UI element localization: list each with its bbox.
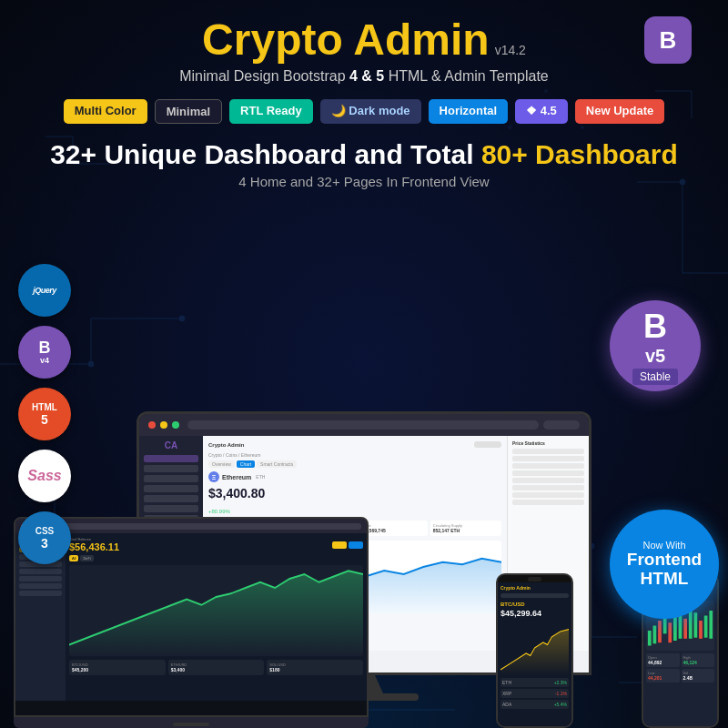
phone-coin-list: ETH +2.3% XRP -1.1% ADA +5.4% bbox=[500, 678, 569, 709]
badge-multicolor[interactable]: Multi Color bbox=[64, 99, 147, 124]
feature-badges: Multi Color Minimal RTL Ready 🌙 Dark mod… bbox=[64, 99, 664, 124]
filter-defi: DeFi bbox=[80, 555, 93, 561]
svg-rect-18 bbox=[668, 622, 672, 642]
phone-price-display: BTC/USD bbox=[500, 602, 569, 607]
badge-horizontal[interactable]: Horizontal bbox=[429, 99, 509, 124]
notch-circle bbox=[528, 577, 541, 581]
laptop-main: Total Balance $56,436.11 All DeFi bbox=[66, 533, 367, 701]
dashboard-logo: CA bbox=[144, 440, 198, 450]
laptop-header: Total Balance $56,436.11 bbox=[69, 537, 363, 552]
subtitle-bold: 4 & 5 bbox=[349, 68, 384, 84]
svg-rect-17 bbox=[663, 619, 667, 634]
coin-tabs: Overview Chart Smart Contracts bbox=[208, 460, 501, 468]
frontend-html-badge: Now With Frontend HTML bbox=[610, 510, 719, 619]
subtitle-prefix: Minimal Design Bootstrap bbox=[179, 68, 345, 84]
bootstrap-logo-badge: B bbox=[644, 16, 692, 64]
phone-price-value: $45,299.64 bbox=[500, 609, 569, 618]
svg-rect-21 bbox=[683, 619, 687, 639]
phone-chart-svg bbox=[500, 621, 569, 675]
price-stat-8 bbox=[512, 500, 584, 505]
laptop-chart-svg bbox=[69, 565, 363, 656]
phone-chart bbox=[500, 621, 569, 675]
laptop-nav-4 bbox=[19, 569, 62, 574]
main-content: Crypto Admin v14.2 Minimal Design Bootst… bbox=[0, 0, 728, 189]
badge-version[interactable]: ❖ 4.5 bbox=[515, 99, 568, 124]
badge-newupdate[interactable]: New Update bbox=[575, 99, 664, 124]
svg-rect-24 bbox=[699, 621, 703, 639]
svg-rect-25 bbox=[704, 616, 708, 638]
nav-item-6 bbox=[144, 505, 198, 512]
laptop-nav-6 bbox=[19, 583, 62, 589]
panel-header: Price Statistics bbox=[512, 440, 584, 446]
phone-coin-row-2: XRP -1.1% bbox=[500, 689, 569, 698]
phone-logo-left: Crypto Admin bbox=[500, 585, 531, 591]
headline-main: 32+ Unique Dashboard and Total 80+ Dashb… bbox=[50, 138, 678, 171]
title-block: Crypto Admin v14.2 Minimal Design Bootst… bbox=[179, 16, 549, 85]
badge-darkmode[interactable]: 🌙 Dark mode bbox=[320, 99, 421, 124]
laptop-action-btns bbox=[332, 541, 363, 549]
frontend-html: HTML bbox=[641, 569, 689, 589]
nav-item-5 bbox=[144, 495, 198, 502]
app-title: Crypto Admin bbox=[202, 16, 490, 65]
phone-coin-row-3: ADA +5.4% bbox=[500, 700, 569, 709]
frontend-now-text: Now With bbox=[642, 540, 685, 551]
monitor-address-bar bbox=[187, 420, 539, 430]
headline-section: 32+ Unique Dashboard and Total 80+ Dashb… bbox=[50, 138, 678, 189]
btn-buy bbox=[332, 541, 347, 549]
price-stat-2 bbox=[512, 456, 584, 461]
card-sol: SOL/USD $180 bbox=[267, 660, 363, 675]
eth-icon: Ξ bbox=[208, 471, 219, 482]
svg-rect-19 bbox=[673, 616, 677, 642]
laptop-keyboard bbox=[14, 717, 369, 728]
laptop-chart bbox=[69, 565, 363, 656]
app-title-container: Crypto Admin v14.2 bbox=[202, 16, 526, 65]
laptop-nav-7 bbox=[19, 591, 62, 596]
price-stat-5 bbox=[512, 478, 584, 483]
monitor-controls bbox=[543, 420, 580, 430]
tab-chart: Chart bbox=[237, 460, 255, 468]
tab-contracts: Smart Contracts bbox=[257, 460, 297, 468]
stat-circulating: Circulating Supply 852,147 ETH bbox=[430, 521, 501, 536]
phone-coin-row-1: ETH +2.3% bbox=[500, 678, 569, 687]
search-bar bbox=[474, 441, 501, 448]
bootstrap-v4-icon: B v4 bbox=[18, 326, 71, 379]
frontend-title: Frontend bbox=[627, 551, 702, 570]
stat-value-vol: $ 15,569,745 bbox=[359, 528, 425, 533]
html5-icon: HTML 5 bbox=[18, 388, 71, 440]
badge-minimal[interactable]: Minimal bbox=[155, 99, 222, 124]
bootstrap-v5-badge: B v5 Stable bbox=[610, 300, 701, 391]
phone-stats-grid: Open 44,892 High 46,124 Low 44,201 Vol 2… bbox=[646, 653, 714, 682]
app-version: v14.2 bbox=[495, 44, 526, 57]
nav-item-2 bbox=[144, 465, 198, 472]
price-stat-7 bbox=[512, 492, 584, 498]
coin-price: $3,400.80 bbox=[208, 486, 501, 500]
bv5-version: v5 bbox=[645, 346, 665, 367]
monitor-dot-yellow bbox=[160, 421, 167, 429]
header-row: Crypto Admin v14.2 Minimal Design Bootst… bbox=[27, 16, 701, 85]
breadcrumb: Crypto / Coins / Ethereum bbox=[208, 452, 501, 458]
phone-stat-low: Low 44,201 bbox=[646, 669, 680, 682]
svg-rect-14 bbox=[648, 631, 652, 646]
monitor-dot-green bbox=[172, 421, 179, 429]
card-btc: BTC/USD $45,200 bbox=[69, 660, 166, 675]
price-change: +80.99% bbox=[208, 509, 230, 514]
phone-search-left bbox=[500, 593, 569, 598]
headline-sub: 4 Home and 32+ Pages In Frontend View bbox=[50, 174, 678, 189]
bv5-stable: Stable bbox=[632, 369, 678, 385]
subtitle-suffix: HTML & Admin Template bbox=[389, 68, 549, 84]
dashboard-topbar: Crypto Admin bbox=[208, 441, 501, 448]
bv5-letter: B bbox=[643, 308, 667, 346]
phone-left-body: Crypto Admin BTC/USD $45,299.64 bbox=[496, 573, 573, 728]
phone-left-screen: Crypto Admin BTC/USD $45,299.64 bbox=[498, 582, 571, 728]
phone-stat-open: Open 44,892 bbox=[646, 653, 680, 667]
price-stat-1 bbox=[512, 449, 584, 454]
stat-value-cs: 852,147 ETH bbox=[433, 528, 499, 533]
coin-header: Ξ Ethereum ETH bbox=[208, 471, 501, 482]
laptop-bottom-cards: BTC/USD $45,200 ETH/USD $3,400 SOL/USD $… bbox=[69, 660, 363, 675]
price-stat-4 bbox=[512, 470, 584, 476]
laptop-balance: $56,436.11 bbox=[69, 541, 119, 552]
badge-rtl[interactable]: RTL Ready bbox=[229, 99, 313, 124]
css3-icon: CSS 3 bbox=[18, 511, 71, 564]
phone-notch-left bbox=[498, 575, 571, 582]
card-eth: ETH/USD $3,400 bbox=[168, 660, 265, 675]
